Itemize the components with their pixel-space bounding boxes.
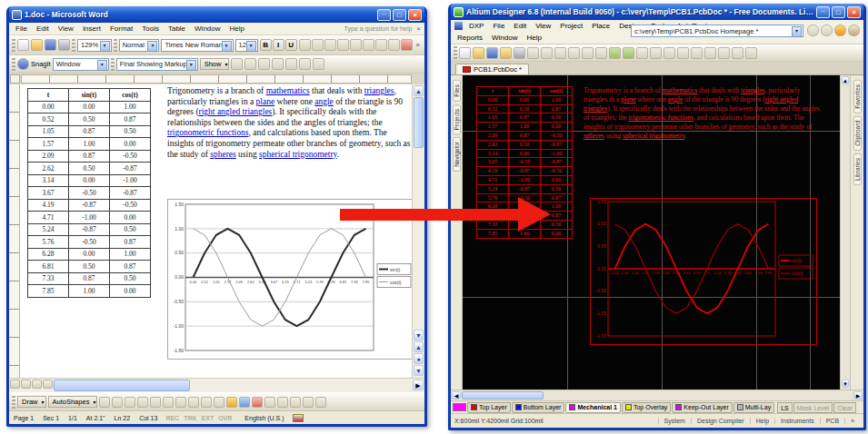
scroll-left-icon[interactable]: ◀: [452, 391, 461, 399]
picture-icon[interactable]: [214, 397, 224, 408]
oval-icon[interactable]: [150, 397, 161, 408]
menu-file[interactable]: File: [488, 20, 509, 32]
clip-art-icon[interactable]: [201, 397, 212, 408]
draw-menu-button[interactable]: Draw: [17, 396, 46, 408]
pcb-document-tab[interactable]: PCB1.PcbDoc *: [455, 64, 529, 74]
font-color-icon[interactable]: [252, 397, 263, 408]
scroll-right-icon[interactable]: ▶: [853, 391, 863, 399]
align-left-icon[interactable]: [299, 39, 311, 51]
scroll-track[interactable]: [414, 148, 424, 330]
copy-icon[interactable]: [582, 47, 594, 59]
layer-tab-multi-lay[interactable]: Multi-Lay: [733, 402, 774, 413]
link-mathematics[interactable]: mathematics: [266, 86, 310, 95]
horizontal-scroll-thumb[interactable]: [54, 380, 190, 391]
redo-icon[interactable]: [623, 47, 634, 59]
panel-tab-clipboard[interactable]: Clipboard: [853, 116, 862, 151]
insert-comment-icon[interactable]: [285, 58, 297, 70]
close-button[interactable]: [408, 9, 422, 21]
fill-color-icon[interactable]: [226, 397, 237, 408]
menu-help[interactable]: Help: [522, 32, 545, 44]
link-spherical-trigonometry[interactable]: spherical trigonometry: [259, 150, 337, 159]
previous-page-icon[interactable]: ▲: [414, 341, 424, 352]
menu-edit[interactable]: Edit: [509, 20, 531, 32]
help-prompt-box[interactable]: Type a question for help: [342, 25, 415, 33]
toolbar-overflow-button[interactable]: »: [414, 41, 422, 49]
autoshapes-menu-button[interactable]: AutoShapes: [48, 396, 98, 408]
scroll-thumb[interactable]: [414, 97, 424, 148]
select-arrow-icon[interactable]: [99, 397, 110, 408]
accept-change-icon[interactable]: [258, 58, 270, 70]
dxp-icon[interactable]: [454, 22, 463, 30]
altium-vertical-scrollbar[interactable]: ▲ ▼: [840, 75, 850, 390]
link-spheres[interactable]: spheres: [584, 132, 604, 140]
open-icon[interactable]: [31, 39, 43, 51]
arrow-style-icon[interactable]: [290, 397, 301, 408]
autoroute-icon[interactable]: [732, 47, 743, 59]
link-spheres[interactable]: spheres: [210, 150, 236, 159]
panel-button-help[interactable]: Help: [750, 418, 774, 424]
place-string-icon[interactable]: [691, 47, 703, 59]
panel-tab-navigator[interactable]: Navigator: [453, 137, 461, 172]
altium-titlebar[interactable]: Altium Designer 6.8 (Internal Build 9050…: [451, 4, 863, 20]
align-center-icon[interactable]: [312, 39, 324, 51]
bullets-icon[interactable]: [363, 39, 374, 51]
panel-tab-files[interactable]: Files: [453, 80, 461, 102]
panel-button-[interactable]: »: [844, 418, 860, 424]
format-button-u[interactable]: U: [285, 39, 297, 51]
borders-icon[interactable]: [375, 39, 387, 51]
menu-file[interactable]: File: [11, 23, 32, 35]
horizontal-ruler[interactable]: [21, 74, 412, 84]
toolbar-grip[interactable]: [12, 396, 15, 409]
menu-dxp[interactable]: DXP: [464, 20, 488, 32]
filter-icon[interactable]: [745, 47, 757, 59]
place-dimension-icon[interactable]: [718, 47, 730, 59]
reviewing-pane-icon[interactable]: [313, 58, 324, 70]
nav-forward-icon[interactable]: [821, 25, 833, 36]
next-change-icon[interactable]: [244, 58, 256, 70]
next-page-icon[interactable]: ▼: [414, 365, 424, 376]
style-combo[interactable]: Normal: [119, 39, 160, 52]
menu-window[interactable]: Window: [190, 23, 224, 35]
minimize-button[interactable]: [816, 6, 830, 18]
place-line-icon[interactable]: [677, 47, 689, 59]
toolbar-grip[interactable]: [12, 58, 15, 71]
format-button-i[interactable]: I: [273, 39, 284, 51]
home-icon[interactable]: [834, 25, 846, 36]
menu-insert[interactable]: Insert: [78, 23, 105, 35]
previous-change-icon[interactable]: [231, 58, 243, 70]
maximize-button[interactable]: [832, 6, 845, 18]
scroll-down-icon[interactable]: ▼: [414, 330, 424, 340]
panel-button-instruments[interactable]: Instruments: [774, 418, 820, 424]
zoom-fit-icon[interactable]: [554, 47, 566, 59]
maximize-button[interactable]: [393, 9, 406, 21]
link-plane[interactable]: plane: [256, 97, 275, 106]
tab-selector[interactable]: [10, 74, 20, 84]
scroll-down-icon[interactable]: ▼: [842, 380, 849, 388]
format-button-b[interactable]: B: [260, 39, 272, 51]
menu-view[interactable]: View: [531, 20, 555, 32]
outline-view-icon[interactable]: [43, 380, 53, 389]
menubar-close-icon[interactable]: ×: [414, 25, 423, 33]
place-pad-icon[interactable]: [650, 47, 662, 59]
document-address-combo[interactable]: c:\very\Temp\PCB1.PcbDoc Homepage *: [631, 25, 803, 37]
nav-back-icon[interactable]: [807, 25, 819, 36]
mode-ext[interactable]: EXT: [202, 415, 215, 421]
line-color-icon[interactable]: [239, 397, 250, 408]
panel-tab-projects[interactable]: Projects: [453, 104, 461, 134]
layer-button-mask-level[interactable]: Mask Level: [793, 402, 833, 413]
layer-tab-top-layer[interactable]: Top Layer: [467, 402, 511, 413]
layer-tab-bottom-layer[interactable]: Bottom Layer: [512, 402, 565, 413]
workspace-icon[interactable]: [848, 25, 860, 36]
layer-button-ls[interactable]: LS: [777, 402, 793, 413]
line-style-icon[interactable]: [264, 397, 275, 408]
new-icon[interactable]: [17, 39, 29, 51]
toolbar-grip[interactable]: [72, 39, 75, 52]
print-icon[interactable]: [58, 39, 70, 51]
justify-icon[interactable]: [337, 39, 349, 51]
panel-button-pcb[interactable]: PCB: [820, 418, 844, 424]
layer-tab-keep-out-layer[interactable]: Keep-Out Layer: [672, 402, 732, 413]
rectangle-icon[interactable]: [137, 397, 148, 408]
link-angle[interactable]: angle: [314, 97, 334, 106]
3d-icon[interactable]: [315, 397, 326, 408]
menu-tools[interactable]: Tools: [137, 23, 164, 35]
